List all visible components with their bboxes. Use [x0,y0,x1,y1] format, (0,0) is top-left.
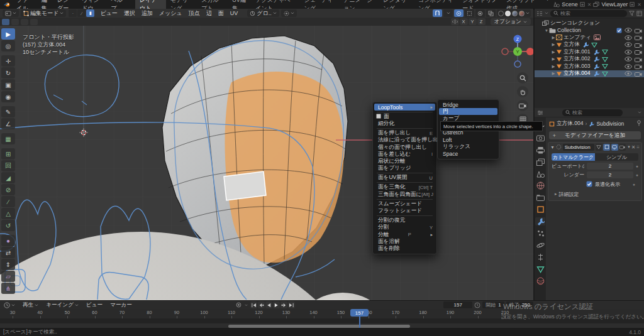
tab-simple[interactable]: シンプル [595,153,638,161]
remove-view-layer-icon[interactable]: ✕ [637,2,641,8]
timeline-tracks[interactable] [0,318,644,323]
timeline-editor-icon[interactable] [0,302,19,308]
unlink-scene-icon[interactable]: ✕ [587,2,592,8]
context-menu-item[interactable]: 面を差し込むI [373,151,436,158]
outliner-item-label[interactable]: シーンコレクション [550,19,600,27]
context-menu-item[interactable]: 法線に沿って面を押し出し [373,137,436,144]
tool-option-icon-3[interactable] [30,19,38,25]
breadcrumb-object[interactable]: 立方体.004 [557,120,584,127]
viewport-3d[interactable]: フロント・平行投影 (157) 立方体.004 10センチメートル ▶◎✛↻▣◉… [0,26,533,300]
navigation-gizmo[interactable]: Z Y [499,33,533,70]
new-view-layer-icon[interactable] [630,2,635,8]
realtime-toggle-icon[interactable] [611,144,618,151]
context-menu-item[interactable]: 扇状に分離 [373,158,436,165]
poly-build-tool[interactable]: △ [1,208,15,219]
properties-tab-physics[interactable] [535,241,545,249]
looptools-submenu-item[interactable]: リラックス [438,143,499,150]
next-keyframe-icon[interactable] [280,301,287,308]
add-cube-tool[interactable]: ▦ [1,133,15,144]
outliner-item-label[interactable]: 立方体.001 [564,48,591,56]
current-frame-badge[interactable]: 157 [350,309,369,317]
breadcrumb-modifier[interactable]: Subdivision [596,121,624,127]
properties-tab-scene[interactable] [535,170,545,178]
eye-toggle-icon[interactable] [625,42,632,47]
outliner-item-label[interactable]: エンプティ [564,34,591,41]
solid-shading-icon[interactable] [505,11,511,16]
viewport-menu-item[interactable]: 選択 [121,9,138,18]
tool-option-icon-1[interactable] [11,19,19,25]
properties-tab-constraints[interactable] [535,253,545,261]
blender-logo-icon[interactable] [3,1,10,8]
looptools-submenu-item[interactable]: 円 [439,108,497,115]
viewport-menu-item[interactable]: メッシュ [156,9,186,18]
face-select-icon[interactable]: ▮ [86,9,94,17]
context-menu-item[interactable]: 分割Y [373,224,436,231]
rip-region-tool[interactable]: ⋔ [1,283,15,294]
outliner-item-label[interactable]: 立方体.004 [564,70,591,77]
context-menu-item[interactable]: スムーズシェード [373,200,436,207]
extrude-region-tool[interactable]: ⊞ [1,148,15,160]
tool-option-icon-2[interactable] [21,19,28,25]
editor-type-button[interactable] [3,9,19,17]
outliner-item-label[interactable]: Collection [557,27,581,33]
active-face[interactable] [224,171,266,200]
properties-tab-view-layer[interactable] [535,158,545,166]
context-menu-item[interactable]: 細分化 [373,120,436,127]
tab-catmull-clark[interactable]: カトマルクラーク [552,153,595,161]
outliner-row[interactable]: ▼Collection [535,27,644,35]
show-overlays-icon[interactable] [475,9,485,17]
auto-key-chevron[interactable] [243,301,250,308]
timeline-menu-marker[interactable]: マーカー [106,301,136,309]
select-box-tool[interactable]: ▶ [1,28,15,40]
camera-toggle-icon[interactable] [635,57,642,62]
timeline-ruler[interactable]: 3040506070809010011012013014015016017018… [0,309,644,319]
wireframe-shading-icon[interactable] [498,11,504,16]
modifier-drag-handle[interactable]: ≡ [636,144,640,150]
active-tool-icon[interactable] [2,19,9,25]
advanced-subpanel[interactable]: ▸ 詳細設定 [555,191,641,198]
mirror-x-button[interactable]: X [460,18,468,25]
context-menu-item[interactable]: 面を溶解 [373,238,436,245]
modifier-close-icon[interactable]: ✕ [631,144,636,150]
outliner-row[interactable]: ▶立方体.001 [535,48,644,56]
render-levels-field[interactable]: 2 [587,171,633,178]
options-dropdown[interactable]: オプション [491,18,531,25]
outliner-row[interactable]: ▶立方体.004 [535,70,644,78]
camera-toggle-icon[interactable] [635,35,642,40]
eye-toggle-icon[interactable] [625,64,632,69]
render-toggle-icon[interactable] [619,144,626,151]
context-menu-item[interactable]: 面を押し出しE [373,130,436,137]
optimal-display-checkbox[interactable] [586,181,592,187]
pan-hand-icon[interactable] [517,86,528,97]
jump-to-start-icon[interactable] [250,301,257,308]
expand-arrow-icon[interactable]: ▼ [544,28,549,33]
eye-toggle-icon[interactable] [625,35,632,40]
camera-view-icon[interactable] [517,100,528,111]
expand-arrow-icon[interactable]: ▶ [551,64,556,69]
auto-key-icon[interactable] [235,301,242,308]
view-layer-name[interactable]: ViewLayer [601,1,628,8]
looptools-submenu-item[interactable]: Bridge [438,101,499,108]
viewport-menu-item[interactable]: 追加 [138,9,156,18]
viewport-menu-item[interactable]: ビュー [97,9,120,18]
loop-cut-tool[interactable]: ⊘ [1,184,15,195]
knife-tool[interactable]: ∕ [1,196,15,207]
snap-settings-chevron[interactable] [443,9,453,17]
rotate-tool[interactable]: ↻ [1,67,15,79]
camera-toggle-icon[interactable] [635,71,642,77]
properties-tab-collection[interactable] [535,193,545,202]
context-menu-item[interactable]: 面をUV展開U [373,175,436,182]
timeline-menu-keying[interactable]: キーイング [42,301,82,309]
measure-tool[interactable]: ∠ [1,118,15,129]
eye-toggle-icon[interactable] [625,50,632,55]
outliner-row[interactable]: ▶エンプティ [535,34,644,41]
annotate-tool[interactable]: ✎ [1,106,15,117]
outliner-search-input[interactable]: 検索 [550,10,627,17]
context-menu-item[interactable]: 分離P▸ [373,231,436,238]
cursor-tool[interactable]: ◎ [1,40,15,51]
properties-tab-render[interactable] [535,134,545,142]
shear-tool[interactable]: ▱ [1,271,15,282]
context-menu-item[interactable]: 三角面を四角面に[Alt] J [373,191,436,198]
viewport-menu-item[interactable]: 頂点 [186,9,203,18]
current-frame-line[interactable] [359,316,360,328]
